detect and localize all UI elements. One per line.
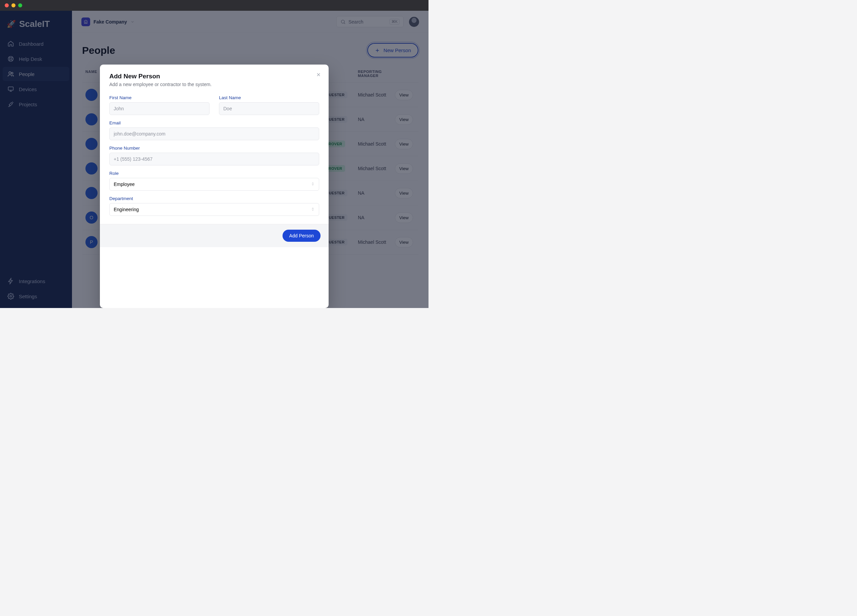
chevron-updown-icon — [311, 182, 315, 187]
add-person-dialog: Add New Person Add a new employee or con… — [100, 65, 329, 308]
last-name-input[interactable] — [219, 102, 319, 115]
role-label: Role — [109, 171, 319, 176]
email-input[interactable] — [109, 127, 319, 140]
window-title-bar — [0, 0, 428, 11]
window-minimize-dot[interactable] — [11, 3, 15, 8]
first-name-input[interactable] — [109, 102, 210, 115]
department-value: Engineering — [114, 207, 139, 212]
dialog-subtitle: Add a new employee or contractor to the … — [109, 82, 319, 87]
first-name-label: First Name — [109, 95, 210, 100]
close-icon — [316, 72, 321, 77]
window-maximize-dot[interactable] — [18, 3, 22, 8]
add-person-submit-button[interactable]: Add Person — [283, 230, 320, 242]
modal-overlay[interactable]: Add New Person Add a new employee or con… — [0, 11, 428, 308]
email-label: Email — [109, 120, 319, 125]
window-close-dot[interactable] — [5, 3, 9, 8]
role-value: Employee — [114, 182, 135, 187]
submit-label: Add Person — [289, 233, 314, 238]
phone-input[interactable] — [109, 153, 319, 165]
close-button[interactable] — [316, 72, 321, 79]
dialog-title: Add New Person — [109, 73, 319, 80]
phone-label: Phone Number — [109, 145, 319, 151]
department-label: Department — [109, 196, 319, 201]
role-select[interactable]: Employee — [109, 178, 319, 191]
department-select[interactable]: Engineering — [109, 203, 319, 216]
chevron-updown-icon — [311, 207, 315, 212]
last-name-label: Last Name — [219, 95, 319, 100]
